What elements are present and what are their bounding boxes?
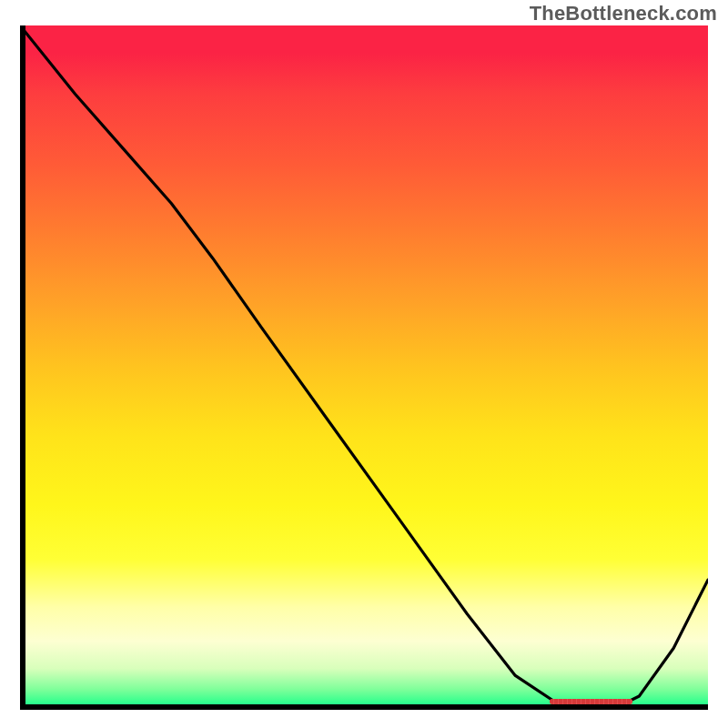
watermark-text: TheBottleneck.com [530,2,717,25]
chart-frame: TheBottleneck.com [0,0,728,728]
bottleneck-curve-path [20,25,708,710]
optimal-range-marker [550,699,632,704]
plot-area [20,25,708,710]
curve-layer [20,25,708,710]
